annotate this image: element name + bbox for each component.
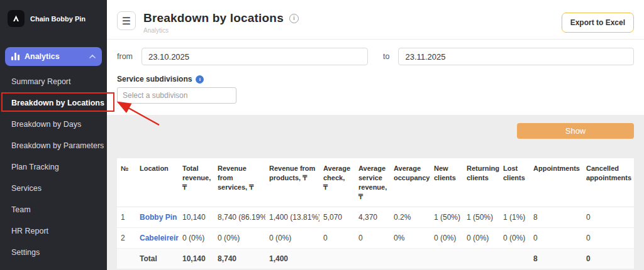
table-cell: 10,140 xyxy=(179,207,214,228)
sidebar-item-hr-report[interactable]: HR Report xyxy=(0,220,107,242)
table-row: 1Bobby Pin10,1408,740 (86.19%)1,400 (13.… xyxy=(117,207,634,228)
to-label: to xyxy=(383,52,389,61)
table-cell: 0 xyxy=(319,228,355,249)
sidebar-item-team[interactable]: Team xyxy=(0,199,107,220)
location-link[interactable]: Cabeleireiro xyxy=(140,234,179,242)
export-to-excel-button[interactable]: Export to Excel xyxy=(562,13,634,33)
main-content: ☰ Breakdown by locations i Analytics Exp… xyxy=(107,0,644,270)
sidebar-item-summary-report[interactable]: Summary Report xyxy=(0,71,107,92)
sidebar-item-breakdown-by-locations[interactable]: Breakdown by Locations xyxy=(0,92,107,114)
date-filters: from to xyxy=(107,40,644,65)
table-cell: 0 xyxy=(582,228,634,249)
table-cell: 0 xyxy=(355,228,390,249)
hamburger-icon: ☰ xyxy=(122,15,131,27)
table-body: 1Bobby Pin10,1408,740 (86.19%)1,400 (13.… xyxy=(117,207,634,269)
total-label-cell: Total xyxy=(136,249,179,269)
analytics-label: Analytics xyxy=(25,52,60,61)
page-title: Breakdown by locations xyxy=(143,11,284,25)
table-cell: 1 (50%) xyxy=(430,207,463,228)
table-cell: 4,370 xyxy=(355,207,390,228)
location-link[interactable]: Bobby Pin xyxy=(140,213,177,222)
sidebar-item-settings[interactable]: Settings xyxy=(0,242,107,263)
row-number-cell: 1 xyxy=(117,207,136,228)
table-cell: 5,070 xyxy=(319,207,355,228)
date-from-input[interactable] xyxy=(142,48,368,65)
location-cell: Bobby Pin xyxy=(136,207,179,228)
table-cell xyxy=(499,249,530,269)
table-header-cell: Returning clients xyxy=(463,158,499,207)
table-header-cell: Total revenue, ₸ xyxy=(179,158,214,207)
results-panel: Show №LocationTotal revenue, ₸Revenue fr… xyxy=(107,115,644,270)
table-cell: 0.2% xyxy=(390,207,430,228)
table-cell: 0 (0%) xyxy=(499,228,530,249)
service-subdivisions-label: Service subdivisions i xyxy=(107,65,644,87)
table-row: 2Cabeleireiro0 (0%)0 (0%)0 (0%)000%0 (0%… xyxy=(117,228,634,249)
location-cell: Cabeleireiro xyxy=(136,228,179,249)
table-cell: 0 (0%) xyxy=(265,228,319,249)
table-header-cell: Revenue from services, ₸ xyxy=(214,158,265,207)
table-cell: 10,140 xyxy=(179,249,214,269)
table-cell xyxy=(355,249,390,269)
table-cell: 0 (0%) xyxy=(430,228,463,249)
date-to-input[interactable] xyxy=(398,48,634,65)
show-button[interactable]: Show xyxy=(517,123,634,139)
table-header-row: №LocationTotal revenue, ₸Revenue from se… xyxy=(117,158,634,207)
table-cell: 0 xyxy=(582,207,634,228)
table-cell: 8 xyxy=(530,207,582,228)
table-header-cell: Revenue from products, ₸ xyxy=(265,158,319,207)
table-header-cell: Average service revenue, ₸ xyxy=(355,158,390,207)
sidebar-item-analytics[interactable]: Analytics xyxy=(5,47,102,66)
table-cell xyxy=(430,249,463,269)
breadcrumb: Analytics xyxy=(143,27,299,34)
locations-table-card: №LocationTotal revenue, ₸Revenue from se… xyxy=(117,158,634,269)
table-header-cell: Lost clients xyxy=(499,158,530,207)
table-cell: 8,740 xyxy=(214,249,265,269)
table-cell xyxy=(390,249,430,269)
table-header-cell: Average occupancy xyxy=(390,158,430,207)
subdivision-select[interactable]: Select a subdivison xyxy=(117,87,236,104)
analytics-chart-icon xyxy=(11,53,19,60)
table-header-cell: Appointments xyxy=(530,158,582,207)
table-header-cell: № xyxy=(117,158,136,207)
locations-table: №LocationTotal revenue, ₸Revenue from se… xyxy=(117,158,634,269)
row-number-cell: 2 xyxy=(117,228,136,249)
app-logo[interactable]: Chain Bobby Pin xyxy=(0,0,107,36)
app-logo-icon xyxy=(8,10,25,27)
table-cell: 0% xyxy=(390,228,430,249)
table-cell xyxy=(319,249,355,269)
company-name: Chain Bobby Pin xyxy=(30,15,86,23)
subdivisions-info-icon[interactable]: i xyxy=(196,75,204,84)
chevron-up-icon xyxy=(89,55,96,58)
table-cell: 1 (1%) xyxy=(499,207,530,228)
from-label: from xyxy=(117,52,133,61)
table-cell: 0 (0%) xyxy=(214,228,265,249)
table-header-cell: Location xyxy=(136,158,179,207)
table-cell: 8,740 (86.19%) xyxy=(214,207,265,228)
sidebar-item-breakdown-by-parameters[interactable]: Breakdown by Parameters xyxy=(0,135,107,156)
table-cell: 0 (0%) xyxy=(179,228,214,249)
sidebar-item-plan-tracking[interactable]: Plan Tracking xyxy=(0,156,107,178)
table-cell: 0 xyxy=(530,228,582,249)
table-cell: 0 xyxy=(582,249,634,269)
page-header: ☰ Breakdown by locations i Analytics Exp… xyxy=(107,0,644,39)
table-cell: 1,400 xyxy=(265,249,319,269)
sidebar-menu: Summary ReportBreakdown by LocationsBrea… xyxy=(0,71,107,263)
table-header-cell: Average check, ₸ xyxy=(319,158,355,207)
table-total-row: Total10,1408,7401,40080 xyxy=(117,249,634,269)
table-header-cell: Cancelled appointments xyxy=(582,158,634,207)
title-info-icon[interactable]: i xyxy=(289,14,299,23)
sidebar-item-services[interactable]: Services xyxy=(0,178,107,199)
table-cell: 1 (50%) xyxy=(463,207,499,228)
sidebar-item-breakdown-by-days[interactable]: Breakdown by Days xyxy=(0,114,107,135)
table-header-cell: New clients xyxy=(430,158,463,207)
sidebar: Chain Bobby Pin Analytics Summary Report… xyxy=(0,0,107,270)
row-number-cell xyxy=(117,249,136,269)
table-cell: 8 xyxy=(530,249,582,269)
menu-toggle-button[interactable]: ☰ xyxy=(117,11,136,30)
table-cell: 0 (0%) xyxy=(463,228,499,249)
service-subdivisions-text: Service subdivisions xyxy=(117,75,192,84)
table-cell xyxy=(463,249,499,269)
table-cell: 1,400 (13.81%) xyxy=(265,207,319,228)
